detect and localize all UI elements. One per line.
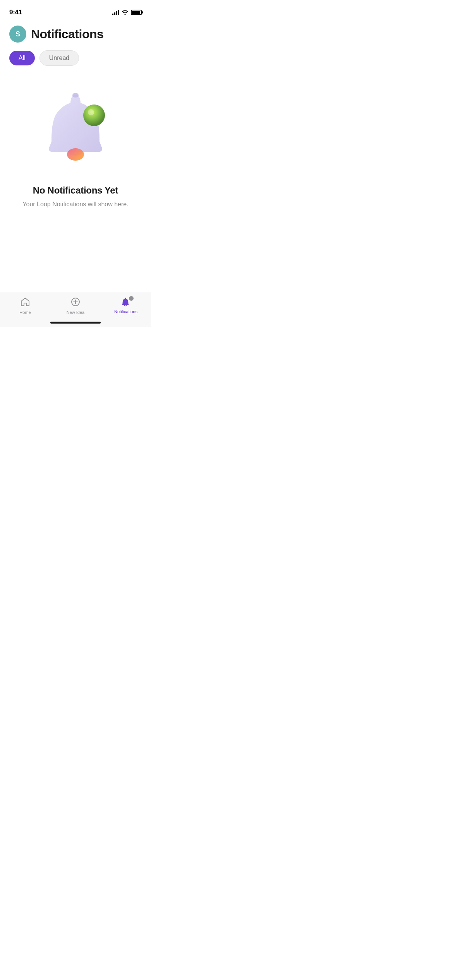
notifications-badge: [129, 296, 134, 301]
empty-state-title: No Notifications Yet: [33, 185, 118, 196]
empty-state-container: No Notifications Yet Your Loop Notificat…: [0, 72, 151, 224]
tab-home-label: Home: [19, 310, 31, 315]
svg-point-4: [88, 109, 94, 115]
bell-svg: [37, 87, 114, 173]
status-time: 9:41: [9, 9, 22, 16]
tab-unread[interactable]: Unread: [39, 50, 79, 66]
tab-all[interactable]: All: [9, 51, 35, 65]
battery-icon: [131, 10, 142, 15]
filter-tabs: All Unread: [0, 47, 151, 72]
page-header: S Notifications: [0, 19, 151, 47]
tab-new-idea[interactable]: New Idea: [60, 297, 91, 315]
status-icons: [112, 10, 142, 15]
tab-notifications[interactable]: Notifications: [110, 297, 141, 314]
status-bar: 9:41: [0, 0, 151, 19]
home-icon: [20, 297, 30, 308]
tab-home[interactable]: Home: [10, 297, 41, 315]
new-idea-icon: [70, 297, 81, 308]
signal-icon: [112, 10, 119, 15]
notifications-icon: [120, 297, 131, 308]
page-title: Notifications: [31, 27, 103, 41]
svg-point-1: [67, 148, 84, 161]
home-indicator: [50, 322, 101, 324]
svg-point-2: [72, 93, 79, 98]
wifi-icon: [122, 10, 129, 15]
bell-illustration: [37, 87, 114, 173]
empty-state-subtitle: Your Loop Notifications will show here.: [22, 200, 128, 209]
svg-point-3: [83, 105, 105, 126]
tab-new-idea-label: New Idea: [67, 310, 84, 315]
tab-notifications-label: Notifications: [114, 309, 137, 314]
avatar[interactable]: S: [9, 26, 26, 43]
